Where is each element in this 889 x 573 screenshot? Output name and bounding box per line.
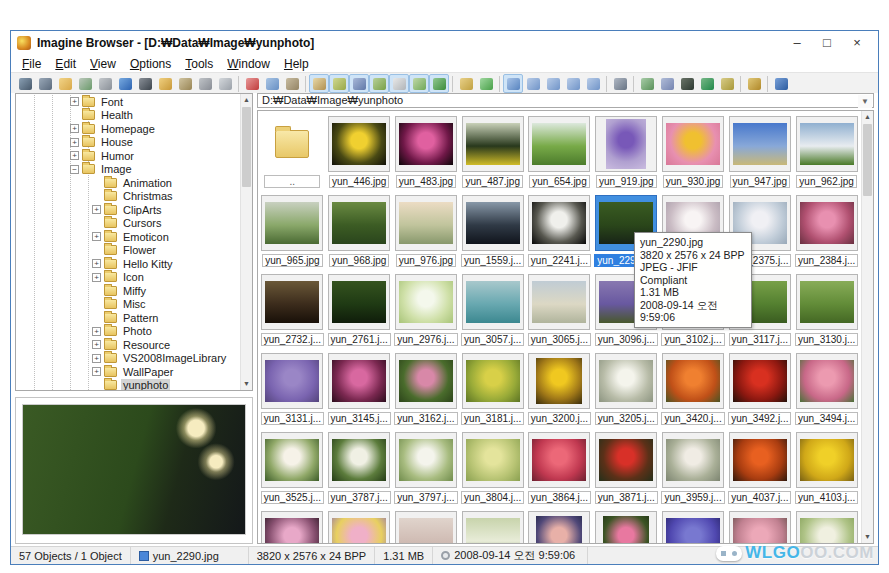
menu-options[interactable]: Options [123,57,178,71]
tree-item-animation[interactable]: Animation [16,176,240,190]
thumbnail-image[interactable] [662,432,724,488]
expand-icon[interactable]: + [92,232,101,241]
tree-scrollbar[interactable]: ▲ ▼ [240,94,252,390]
memory-card-button[interactable] [697,74,717,93]
view-thumbnails-button[interactable] [503,74,523,93]
tree-item-miffy[interactable]: Miffy [16,284,240,298]
thumbnail-cell[interactable]: yun_3131.j... [259,349,326,428]
thumbnail-image[interactable] [261,511,323,544]
thumbnail-cell[interactable]: yun_3057.j... [459,270,526,349]
tree-item-vs2008imagelibrary[interactable]: +VS2008ImageLibrary [16,352,240,366]
thumbnail-cell[interactable] [326,507,393,544]
thumbnail-cell[interactable]: yun_2761.j... [326,270,393,349]
expand-icon[interactable]: + [92,327,101,336]
thumbnail-cell[interactable]: yun_965.jpg [259,191,326,270]
expand-icon[interactable]: + [92,367,101,376]
view-list-button[interactable] [523,74,543,93]
thumbnail-cell[interactable]: yun_3871.j... [593,428,660,507]
copy-button[interactable] [262,74,282,93]
rename-button[interactable] [175,74,195,93]
view-single-button[interactable] [563,74,583,93]
toggle-image-preview-button[interactable] [409,74,429,93]
thumbnail-cell[interactable]: yun_3787.j... [326,428,393,507]
toggle-folders-pane-button[interactable] [309,74,329,93]
thumbnail-image[interactable] [328,432,390,488]
thumbnail-cell[interactable] [393,507,460,544]
paste-button[interactable] [282,74,302,93]
thumbnail-image[interactable] [662,353,724,409]
tree-item-misc[interactable]: Misc [16,298,240,312]
menu-help[interactable]: Help [277,57,316,71]
thumbnail-cell[interactable]: yun_3494.j... [793,349,860,428]
maximize-button[interactable]: □ [812,32,842,54]
thumbnail-cell[interactable]: yun_3864.j... [526,428,593,507]
thumbnail-image[interactable] [261,432,323,488]
tree-item-cliparts[interactable]: +ClipArts [16,203,240,217]
preview-button[interactable] [15,74,35,93]
thumbnail-image[interactable] [796,274,858,330]
thumbnail-cell[interactable]: yun_2976.j... [393,270,460,349]
tree-item-flower[interactable]: Flower [16,244,240,258]
thumbnail-cell[interactable]: yun_3130.j... [793,270,860,349]
tree-item-image[interactable]: −Image [16,163,240,177]
toggle-preview-pane-button[interactable] [389,74,409,93]
tree-item-cursors[interactable]: Cursors [16,217,240,231]
thumbnail-image[interactable] [662,511,724,544]
file-properties-button[interactable] [215,74,235,93]
thumbnail-image[interactable] [729,116,791,172]
thumbnail-cell[interactable] [259,507,326,544]
thumbnail-image[interactable] [729,353,791,409]
thumbnail-cell[interactable]: yun_968.jpg [326,191,393,270]
tree-item-wallpaper[interactable]: +WallPaper [16,365,240,379]
thumbnail-cell[interactable] [726,507,793,544]
scroll-up-icon[interactable]: ▲ [241,94,252,106]
tree-item-resource[interactable]: +Resource [16,338,240,352]
thumbnail-cell[interactable] [526,507,593,544]
up-folder-icon[interactable] [261,116,323,172]
thumbnail-image[interactable] [462,195,524,251]
tree-item-font[interactable]: +Font [16,95,240,109]
thumbnail-image[interactable] [395,353,457,409]
expand-icon[interactable]: + [92,354,101,363]
thumbnail-image[interactable] [595,116,657,172]
menu-edit[interactable]: Edit [48,57,83,71]
thumbnail-image[interactable] [462,353,524,409]
thumbnail-image[interactable] [528,116,590,172]
thumbnail-cell[interactable] [459,507,526,544]
up-folder-cell[interactable]: .. [259,112,326,191]
tree-item-hello-kitty[interactable]: +Hello Kitty [16,257,240,271]
thumbnail-image[interactable] [328,511,390,544]
tree-item-photo[interactable]: +Photo [16,325,240,339]
thumbnail-cell[interactable]: yun_3492.j... [726,349,793,428]
thumbnail-image[interactable] [261,274,323,330]
thumbnail-image[interactable] [462,511,524,544]
thumbnail-cell[interactable]: yun_930.jpg [660,112,727,191]
thumbnail-image[interactable] [528,274,590,330]
thumbnail-image[interactable] [595,511,657,544]
expand-icon[interactable]: + [92,259,101,268]
toggle-history-button[interactable] [349,74,369,93]
thumbnail-image[interactable] [528,195,590,251]
thumbnail-cell[interactable]: yun_487.jpg [459,112,526,191]
thumbnail-cell[interactable]: yun_3420.j... [660,349,727,428]
capture-button[interactable] [135,74,155,93]
thumbnail-image[interactable] [662,116,724,172]
menu-window[interactable]: Window [220,57,277,71]
address-dropdown-icon[interactable]: ▼ [858,95,872,108]
view-details-button[interactable] [543,74,563,93]
thumbnail-cell[interactable]: yun_654.jpg [526,112,593,191]
menu-file[interactable]: File [15,57,48,71]
thumbnail-cell[interactable]: yun_976.jpg [393,191,460,270]
thumbnail-image[interactable] [729,511,791,544]
thumbnail-cell[interactable]: yun_4103.j... [793,428,860,507]
delete-button[interactable] [195,74,215,93]
thumbnail-image[interactable] [796,353,858,409]
thumbnail-image[interactable] [528,511,590,544]
new-folder-button[interactable] [155,74,175,93]
thumbnail-cell[interactable]: yun_446.jpg [326,112,393,191]
thumbnail-cell[interactable]: yun_1559.j... [459,191,526,270]
thumbnail-image[interactable] [261,353,323,409]
scroll-down-icon[interactable]: ▼ [241,378,252,390]
thumbnail-image[interactable] [328,353,390,409]
tree-item-icon[interactable]: +Icon [16,271,240,285]
